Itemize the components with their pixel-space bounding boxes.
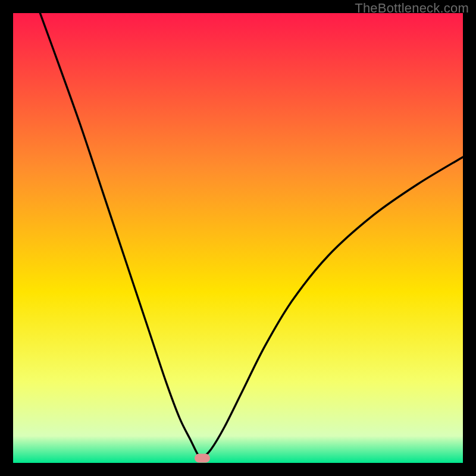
bottleneck-curve <box>13 13 463 463</box>
chart-frame <box>10 10 466 466</box>
plot-area <box>13 13 463 463</box>
optimal-point-marker <box>195 454 210 463</box>
watermark-text: TheBottleneck.com <box>355 1 469 16</box>
